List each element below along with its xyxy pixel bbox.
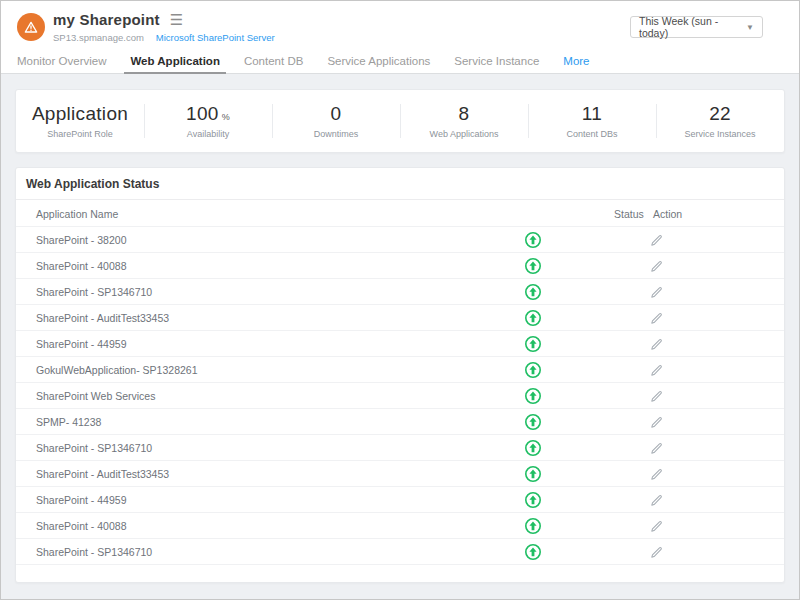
edit-pencil-icon[interactable] [649, 259, 664, 274]
tab-more[interactable]: More [557, 49, 595, 73]
stat-suffix: % [222, 112, 230, 122]
period-selector[interactable]: This Week (sun - today) ▼ [630, 16, 763, 38]
tab-monitor-overview[interactable]: Monitor Overview [11, 49, 112, 73]
application-name: SharePoint - 40088 [36, 260, 126, 272]
status-up-icon [525, 466, 541, 482]
content-area: Application SharePoint Role 100% Availab… [1, 74, 799, 599]
status-up-icon [525, 544, 541, 560]
menu-icon[interactable]: ☰ [170, 12, 183, 27]
tab-bar: Monitor Overview Web Application Content… [1, 49, 799, 74]
edit-pencil-icon[interactable] [649, 441, 664, 456]
status-up-icon [525, 492, 541, 508]
edit-pencil-icon[interactable] [649, 337, 664, 352]
stat-label: SharePoint Role [47, 129, 113, 139]
monitor-logo [17, 13, 45, 41]
status-up-icon [525, 310, 541, 326]
tab-content-db[interactable]: Content DB [238, 49, 309, 73]
stat-label: Content DBs [566, 129, 617, 139]
stat-service-instances: 22 Service Instances [656, 90, 784, 152]
status-up-icon [525, 518, 541, 534]
table-row: SharePoint - AuditTest33453 [16, 461, 784, 487]
page-title: my Sharepoint [53, 11, 160, 28]
status-up-icon [525, 388, 541, 404]
application-name: SharePoint - SP1346710 [36, 286, 152, 298]
table-title: Web Application Status [16, 168, 784, 200]
stat-label: Downtimes [314, 129, 359, 139]
table-row: SharePoint - 40088 [16, 253, 784, 279]
table-body: SharePoint - 38200 Share [16, 227, 784, 565]
stat-sharepoint-role: Application SharePoint Role [16, 90, 144, 152]
monitor-title-block: my Sharepoint ☰ SP13.spmanage.com Micros… [53, 11, 275, 43]
tab-service-applications[interactable]: Service Applications [321, 49, 436, 73]
application-name: SharePoint - SP1346710 [36, 546, 152, 558]
status-up-icon [525, 336, 541, 352]
edit-pencil-icon[interactable] [649, 467, 664, 482]
edit-pencil-icon[interactable] [649, 389, 664, 404]
table-header-row: Application Name Status Action [16, 200, 784, 227]
edit-pencil-icon[interactable] [649, 363, 664, 378]
stat-value: 11 [582, 103, 602, 125]
stat-label: Availability [187, 129, 229, 139]
web-application-status-card: Web Application Status Application Name … [15, 167, 785, 583]
stat-value: 8 [459, 103, 470, 125]
table-row: GokulWebApplication- SP1328261 [16, 357, 784, 383]
table-row: SharePoint - 40088 [16, 513, 784, 539]
summary-stats-card: Application SharePoint Role 100% Availab… [15, 89, 785, 153]
application-name: SharePoint - 44959 [36, 494, 126, 506]
tab-service-instance[interactable]: Service Instance [448, 49, 545, 73]
edit-pencil-icon[interactable] [649, 493, 664, 508]
column-application-name: Application Name [36, 208, 118, 220]
application-name: GokulWebApplication- SP1328261 [36, 364, 198, 376]
table-row: SharePoint - 44959 [16, 487, 784, 513]
stat-value: 22 [709, 103, 731, 125]
period-selector-value: This Week (sun - today) [639, 15, 746, 39]
application-name: SPMP- 41238 [36, 416, 101, 428]
table-row: SharePoint - SP1346710 [16, 435, 784, 461]
table-row: SharePoint - 44959 [16, 331, 784, 357]
stat-label: Web Applications [430, 129, 499, 139]
status-up-icon [525, 414, 541, 430]
edit-pencil-icon[interactable] [649, 285, 664, 300]
warning-triangle-icon [23, 19, 39, 35]
application-name: SharePoint - AuditTest33453 [36, 312, 169, 324]
column-status: Status [614, 208, 644, 220]
stat-downtimes: 0 Downtimes [272, 90, 400, 152]
monitor-host: SP13.spmanage.com [53, 32, 144, 43]
monitor-header: my Sharepoint ☰ SP13.spmanage.com Micros… [1, 1, 799, 49]
table-row: SharePoint - AuditTest33453 [16, 305, 784, 331]
monitor-type-link[interactable]: Microsoft SharePoint Server [156, 32, 275, 43]
stat-web-applications: 8 Web Applications [400, 90, 528, 152]
tab-web-application[interactable]: Web Application [124, 49, 225, 73]
application-name: SharePoint - AuditTest33453 [36, 468, 169, 480]
stat-content-dbs: 11 Content DBs [528, 90, 656, 152]
stat-value: 0 [331, 103, 342, 125]
table-row: SharePoint - 38200 [16, 227, 784, 253]
edit-pencil-icon[interactable] [649, 545, 664, 560]
application-name: SharePoint - SP1346710 [36, 442, 152, 454]
column-action: Action [653, 208, 682, 220]
status-up-icon [525, 258, 541, 274]
application-name: SharePoint Web Services [36, 390, 155, 402]
status-up-icon [525, 284, 541, 300]
app-window: my Sharepoint ☰ SP13.spmanage.com Micros… [0, 0, 800, 600]
stat-value: 100% [186, 103, 230, 125]
table-row: SPMP- 41238 [16, 409, 784, 435]
application-name: SharePoint - 44959 [36, 338, 126, 350]
status-up-icon [525, 232, 541, 248]
table-row: SharePoint - SP1346710 [16, 279, 784, 305]
application-name: SharePoint - 38200 [36, 234, 126, 246]
stat-label: Service Instances [684, 129, 755, 139]
edit-pencil-icon[interactable] [649, 233, 664, 248]
stat-value: Application [32, 103, 128, 125]
application-name: SharePoint - 40088 [36, 520, 126, 532]
edit-pencil-icon[interactable] [649, 415, 664, 430]
stat-availability: 100% Availability [144, 90, 272, 152]
table-row: SharePoint Web Services [16, 383, 784, 409]
status-up-icon [525, 362, 541, 378]
edit-pencil-icon[interactable] [649, 519, 664, 534]
chevron-down-icon: ▼ [746, 23, 754, 32]
table-row: SharePoint - SP1346710 [16, 539, 784, 565]
edit-pencil-icon[interactable] [649, 311, 664, 326]
status-up-icon [525, 440, 541, 456]
